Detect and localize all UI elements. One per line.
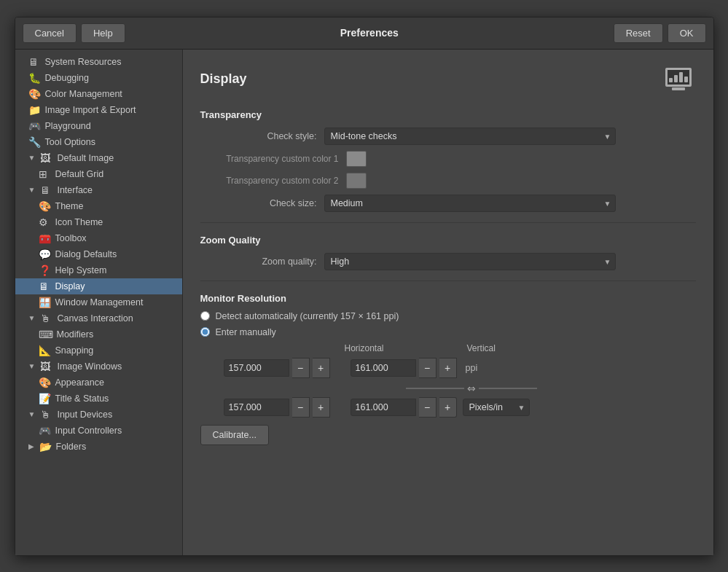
h-minus-btn1[interactable]: − [292, 358, 310, 378]
custom-color2-swatch[interactable] [346, 173, 367, 189]
sidebar-item-label: Window Management [55, 297, 144, 307]
sidebar-item-interface[interactable]: ▼ 🖥 Interface [15, 182, 182, 198]
v-plus-btn2[interactable]: + [439, 397, 457, 418]
sidebar-item-image-import-export[interactable]: 📁 Image Import & Export [15, 102, 182, 118]
bar2 [674, 75, 678, 82]
sidebar-item-window-management[interactable]: 🪟 Window Management [15, 294, 182, 310]
cancel-button[interactable]: Cancel [23, 23, 77, 43]
check-style-wrapper: Mid-tone checks Light checks Dark checks… [324, 128, 616, 145]
v-minus-btn1[interactable]: − [419, 358, 437, 378]
vertical-input1[interactable] [351, 359, 416, 377]
display-page-icon [661, 64, 696, 95]
sidebar-item-theme[interactable]: 🎨 Theme [15, 198, 182, 214]
default-grid-icon: ⊞ [39, 168, 52, 180]
h-plus-btn1[interactable]: + [313, 358, 330, 378]
monitor-screen [665, 68, 692, 87]
sidebar-item-image-windows[interactable]: ▼ 🖼 Image Windows [15, 359, 182, 375]
unit-select-wrapper: Pixels/in Pixels/mm Pixels/pt ▼ [463, 399, 530, 416]
sidebar-item-display[interactable]: 🖥 Display [15, 278, 182, 294]
toolbar-left: Cancel Help [23, 23, 125, 43]
h-plus-btn2[interactable]: + [313, 397, 330, 418]
playground-icon: 🎮 [28, 120, 42, 132]
v-plus-btn1[interactable]: + [439, 358, 457, 378]
h-minus-btn2[interactable]: − [292, 397, 310, 418]
color-management-icon: 🎨 [28, 88, 42, 100]
sidebar-item-default-grid[interactable]: ⊞ Default Grid [15, 166, 182, 182]
toolbar-center: Preferences [130, 27, 609, 39]
unit-select[interactable]: Pixels/in Pixels/mm Pixels/pt [463, 399, 530, 416]
sidebar-item-debugging[interactable]: 🐛 Debugging [15, 70, 182, 86]
zoom-quality-label: Zoom quality: [200, 256, 317, 267]
sidebar-item-folders[interactable]: ▶ 📂 Folders [15, 439, 182, 455]
content: 🖥 System Resources 🐛 Debugging 🎨 Color M… [15, 50, 713, 555]
snapping-icon: 📐 [39, 345, 52, 356]
sidebar-item-appearance[interactable]: 🎨 Appearance [15, 375, 182, 391]
sidebar-item-title-status[interactable]: 📝 Title & Status [15, 391, 182, 407]
custom-color2-row: Transparency custom color 2 [200, 173, 696, 189]
v-minus-btn2[interactable]: − [419, 397, 437, 418]
horizontal-input2[interactable] [224, 399, 289, 416]
system-resources-icon: 🖥 [28, 56, 42, 68]
horizontal-input1[interactable] [224, 359, 289, 377]
custom-color1-swatch[interactable] [346, 151, 367, 167]
calibrate-button[interactable]: Calibrate... [200, 425, 269, 445]
tool-options-icon: 🔧 [28, 136, 42, 148]
monitor-icon [665, 68, 692, 90]
reset-button[interactable]: Reset [614, 23, 663, 43]
bar1 [669, 78, 673, 82]
res-row1: − + − + ppi [224, 358, 696, 378]
divider1 [200, 222, 696, 223]
sidebar-item-label: Help System [55, 265, 107, 275]
input-devices-expander: ▼ [28, 410, 36, 418]
sidebar-item-label: Modifiers [57, 329, 94, 340]
zoom-quality-row: Zoom quality: High None (Nearest Neighbo… [200, 253, 696, 270]
check-size-select[interactable]: Medium Small Large [324, 195, 616, 212]
enter-manually-label[interactable]: Enter manually [216, 327, 276, 337]
sidebar-item-label: Input Devices [57, 410, 112, 420]
monitor-resolution-section-title: Monitor Resolution [200, 293, 696, 304]
canvas-interaction-expander: ▼ [28, 314, 36, 322]
check-style-row: Check style: Mid-tone checks Light check… [200, 128, 696, 145]
sidebar-item-default-image[interactable]: ▼ 🖼 Default Image [15, 150, 182, 166]
enter-manually-radio[interactable] [200, 327, 210, 337]
help-button[interactable]: Help [81, 23, 125, 43]
sidebar-item-label: System Resources [45, 57, 122, 67]
sidebar-item-playground[interactable]: 🎮 Playground [15, 118, 182, 134]
sidebar-item-icon-theme[interactable]: ⚙ Icon Theme [15, 214, 182, 230]
sidebar-item-color-management[interactable]: 🎨 Color Management [15, 86, 182, 102]
sidebar-item-dialog-defaults[interactable]: 💬 Dialog Defaults [15, 246, 182, 262]
sidebar-item-toolbox[interactable]: 🧰 Toolbox [15, 230, 182, 246]
bar3 [679, 72, 683, 82]
link-line-left [406, 388, 464, 389]
sidebar-item-modifiers[interactable]: ⌨ Modifiers [15, 326, 182, 342]
sidebar-item-label: Title & Status [55, 393, 109, 404]
check-style-select[interactable]: Mid-tone checks Light checks Dark checks… [324, 128, 616, 145]
toolbox-icon: 🧰 [39, 232, 52, 244]
sidebar-item-snapping[interactable]: 📐 Snapping [15, 342, 182, 359]
sidebar-item-tool-options[interactable]: 🔧 Tool Options [15, 134, 182, 150]
interface-expander: ▼ [28, 186, 36, 194]
sidebar-item-canvas-interaction[interactable]: ▼ 🖱 Canvas Interaction [15, 310, 182, 326]
ok-button[interactable]: OK [668, 23, 706, 43]
sidebar-item-system-resources[interactable]: 🖥 System Resources [15, 54, 182, 70]
folders-expander: ▶ [28, 442, 34, 450]
custom-color1-row: Transparency custom color 1 [200, 151, 696, 167]
sidebar-item-input-controllers[interactable]: 🎮 Input Controllers [15, 423, 182, 439]
sidebar-item-input-devices[interactable]: ▼ 🖱 Input Devices [15, 407, 182, 423]
detect-radio[interactable] [200, 311, 210, 321]
icon-theme-icon: ⚙ [39, 216, 52, 228]
bar4 [684, 77, 688, 82]
dialog-defaults-icon: 💬 [39, 248, 52, 260]
custom-color1-label: Transparency custom color 1 [200, 154, 339, 164]
debugging-icon: 🐛 [28, 72, 42, 84]
check-style-label: Check style: [200, 131, 317, 141]
sidebar-item-label: Tool Options [45, 137, 95, 147]
divider2 [200, 281, 696, 281]
detect-label[interactable]: Detect automatically (currently 157 × 16… [216, 311, 399, 321]
vertical-input2[interactable] [351, 399, 416, 416]
sidebar-item-label: Playground [45, 121, 91, 131]
sidebar-item-label: Image Import & Export [45, 105, 136, 115]
zoom-quality-select[interactable]: High None (Nearest Neighbor) Linear Cubi… [324, 253, 616, 270]
sidebar-item-help-system[interactable]: ❓ Help System [15, 262, 182, 278]
preferences-dialog: Cancel Help Preferences Reset OK 🖥 Syste… [15, 17, 714, 556]
